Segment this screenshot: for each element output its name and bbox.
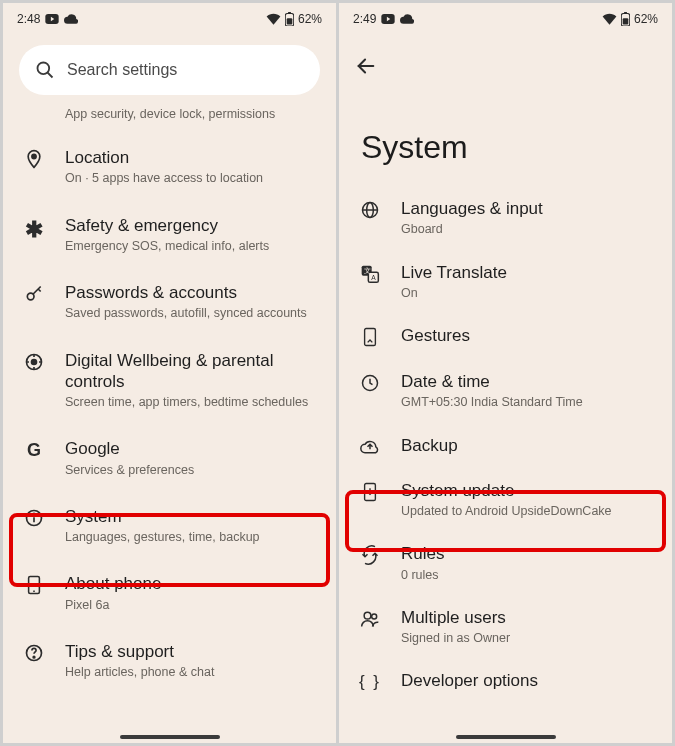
system-item-rules[interactable]: Rules0 rules bbox=[339, 531, 672, 595]
rules-icon bbox=[360, 545, 380, 565]
item-sub: Signed in as Owner bbox=[401, 630, 656, 646]
svg-point-16 bbox=[33, 656, 35, 658]
status-bar: 2:49 62% bbox=[339, 3, 672, 35]
status-bar: 2:48 62% bbox=[3, 3, 336, 35]
search-icon bbox=[35, 60, 55, 80]
battery-icon bbox=[285, 12, 294, 26]
svg-text:文: 文 bbox=[364, 267, 371, 274]
system-item-languages[interactable]: Languages & inputGboard bbox=[339, 186, 672, 250]
item-title: System bbox=[65, 506, 320, 527]
svg-rect-2 bbox=[288, 12, 291, 13]
system-item-date-time[interactable]: Date & timeGMT+05:30 India Standard Time bbox=[339, 359, 672, 423]
search-placeholder: Search settings bbox=[67, 61, 177, 79]
wifi-icon bbox=[602, 13, 617, 25]
system-item-translate[interactable]: 文A Live TranslateOn bbox=[339, 250, 672, 314]
settings-item-safety[interactable]: ✱ Safety & emergencyEmergency SOS, medic… bbox=[3, 201, 336, 269]
asterisk-icon: ✱ bbox=[25, 217, 43, 243]
settings-list: LocationOn · 5 apps have access to locat… bbox=[3, 133, 336, 743]
settings-item-wellbeing[interactable]: Digital Wellbeing & parental controlsScr… bbox=[3, 336, 336, 425]
status-battery: 62% bbox=[298, 12, 322, 26]
svg-rect-29 bbox=[365, 329, 376, 346]
item-title: Passwords & accounts bbox=[65, 282, 320, 303]
item-title: Location bbox=[65, 147, 320, 168]
settings-screen-right: 2:49 62% System Languages & inputGboard … bbox=[339, 3, 672, 743]
system-item-update[interactable]: System updateUpdated to Android UpsideDo… bbox=[339, 468, 672, 532]
item-title: Safety & emergency bbox=[65, 215, 320, 236]
cloud-icon bbox=[64, 14, 78, 24]
settings-item-passwords[interactable]: Passwords & accountsSaved passwords, aut… bbox=[3, 268, 336, 336]
svg-point-4 bbox=[38, 63, 50, 75]
item-title: Languages & input bbox=[401, 198, 656, 219]
item-sub: Screen time, app timers, bedtime schedul… bbox=[65, 394, 320, 410]
item-sub: Saved passwords, autofill, synced accoun… bbox=[65, 305, 320, 321]
item-sub: Emergency SOS, medical info, alerts bbox=[65, 238, 320, 254]
backup-icon bbox=[360, 437, 380, 455]
item-title: Developer options bbox=[401, 670, 656, 691]
item-title: Digital Wellbeing & parental controls bbox=[65, 350, 320, 393]
item-title: System update bbox=[401, 480, 656, 501]
item-sub: On · 5 apps have access to location bbox=[65, 170, 320, 186]
system-item-developer[interactable]: { } Developer options bbox=[339, 658, 672, 704]
svg-point-6 bbox=[32, 154, 36, 158]
svg-text:A: A bbox=[371, 273, 376, 280]
item-sub: Pixel 6a bbox=[65, 597, 320, 613]
svg-rect-20 bbox=[623, 18, 629, 24]
item-title: Live Translate bbox=[401, 262, 656, 283]
item-title: Backup bbox=[401, 435, 656, 456]
item-sub: Gboard bbox=[401, 221, 656, 237]
globe-icon bbox=[360, 200, 380, 220]
info-icon bbox=[24, 508, 44, 528]
cloud-icon bbox=[400, 14, 414, 24]
status-time: 2:49 bbox=[353, 12, 376, 26]
back-arrow-icon[interactable] bbox=[355, 55, 377, 77]
dev-icon: { } bbox=[359, 672, 381, 692]
svg-point-12 bbox=[33, 513, 35, 515]
item-sub: Help articles, phone & chat bbox=[65, 664, 320, 680]
help-icon bbox=[24, 643, 44, 663]
svg-line-5 bbox=[48, 73, 53, 78]
youtube-icon bbox=[381, 14, 395, 24]
svg-point-32 bbox=[364, 612, 371, 619]
settings-item-about-phone[interactable]: About phonePixel 6a bbox=[3, 559, 336, 627]
system-list: Languages & inputGboard 文A Live Translat… bbox=[339, 186, 672, 743]
item-sub: GMT+05:30 India Standard Time bbox=[401, 394, 656, 410]
truncated-item-sub: App security, device lock, permissions bbox=[3, 107, 336, 133]
svg-rect-19 bbox=[624, 12, 627, 13]
wellbeing-icon bbox=[24, 352, 44, 372]
item-title: Gestures bbox=[401, 325, 656, 346]
page-title: System bbox=[339, 81, 672, 186]
google-icon: G bbox=[27, 440, 41, 461]
search-settings[interactable]: Search settings bbox=[19, 45, 320, 95]
item-sub: 0 rules bbox=[401, 567, 656, 583]
settings-item-system[interactable]: SystemLanguages, gestures, time, backup bbox=[3, 492, 336, 560]
system-item-backup[interactable]: Backup bbox=[339, 423, 672, 468]
item-sub: Languages, gestures, time, backup bbox=[65, 529, 320, 545]
settings-item-location[interactable]: LocationOn · 5 apps have access to locat… bbox=[3, 133, 336, 201]
update-icon bbox=[361, 482, 379, 502]
settings-item-tips[interactable]: Tips & supportHelp articles, phone & cha… bbox=[3, 627, 336, 695]
settings-item-google[interactable]: G GoogleServices & preferences bbox=[3, 424, 336, 492]
nav-pill[interactable] bbox=[456, 735, 556, 739]
translate-icon: 文A bbox=[360, 264, 380, 284]
svg-point-7 bbox=[27, 293, 34, 300]
item-title: Tips & support bbox=[65, 641, 320, 662]
item-sub: Services & preferences bbox=[65, 462, 320, 478]
svg-point-9 bbox=[32, 359, 37, 364]
item-title: Date & time bbox=[401, 371, 656, 392]
item-title: Multiple users bbox=[401, 607, 656, 628]
nav-pill[interactable] bbox=[120, 735, 220, 739]
status-battery: 62% bbox=[634, 12, 658, 26]
item-sub: Updated to Android UpsideDownCake bbox=[401, 503, 656, 519]
status-time: 2:48 bbox=[17, 12, 40, 26]
battery-icon bbox=[621, 12, 630, 26]
youtube-icon bbox=[45, 14, 59, 24]
system-item-gestures[interactable]: Gestures bbox=[339, 313, 672, 359]
settings-screen-left: 2:48 62% Search settings App security, d… bbox=[3, 3, 336, 743]
gestures-icon bbox=[361, 327, 379, 347]
phone-icon bbox=[25, 575, 43, 595]
item-sub: On bbox=[401, 285, 656, 301]
svg-point-33 bbox=[372, 614, 377, 619]
location-icon bbox=[24, 149, 44, 169]
system-item-users[interactable]: Multiple usersSigned in as Owner bbox=[339, 595, 672, 659]
users-icon bbox=[360, 609, 380, 629]
